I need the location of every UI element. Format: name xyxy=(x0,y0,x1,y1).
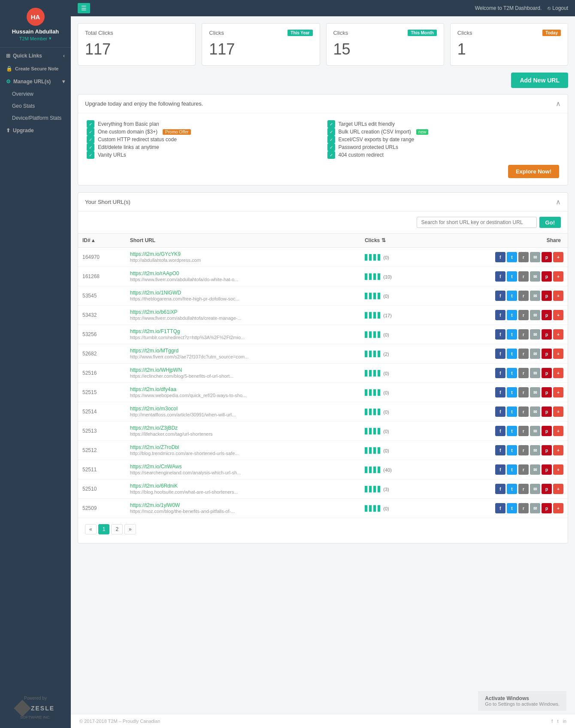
short-url-link[interactable]: https://t2m.io/GYcYK9 xyxy=(130,251,181,257)
share-more-button[interactable]: + xyxy=(553,406,563,417)
share-pinterest-button[interactable]: p xyxy=(542,349,552,359)
share-reddit-button[interactable]: r xyxy=(518,503,529,513)
twitter-icon[interactable]: t xyxy=(557,719,558,724)
share-twitter-button[interactable]: t xyxy=(507,484,517,494)
page-1-button[interactable]: 1 xyxy=(98,524,110,534)
user-role[interactable]: T2M Member ▾ xyxy=(0,36,71,41)
share-pinterest-button[interactable]: p xyxy=(542,252,552,262)
share-reddit-button[interactable]: r xyxy=(518,349,529,359)
share-pinterest-button[interactable]: p xyxy=(542,271,552,282)
share-reddit-button[interactable]: r xyxy=(518,464,529,475)
share-reddit-button[interactable]: r xyxy=(518,484,529,494)
explore-now-button[interactable]: Explore Now! xyxy=(508,165,559,178)
add-new-url-button[interactable]: Add New URL xyxy=(511,73,568,88)
share-more-button[interactable]: + xyxy=(553,484,563,494)
share-twitter-button[interactable]: t xyxy=(507,464,517,475)
share-more-button[interactable]: + xyxy=(553,445,563,455)
share-pinterest-button[interactable]: p xyxy=(542,445,552,455)
short-url-link[interactable]: https://t2m.io/rAApO0 xyxy=(130,270,179,276)
search-go-button[interactable]: Go! xyxy=(539,217,561,228)
share-facebook-button[interactable]: f xyxy=(495,291,505,301)
share-more-button[interactable]: + xyxy=(553,349,563,359)
share-twitter-button[interactable]: t xyxy=(507,406,517,417)
share-reddit-button[interactable]: r xyxy=(518,445,529,455)
sidebar-item-manage-urls[interactable]: ⚙ Manage URL(s) ▾ xyxy=(0,75,71,88)
share-email-button[interactable]: ✉ xyxy=(530,252,540,262)
sidebar-item-quick-links[interactable]: ⊞ Quick Links ‹ xyxy=(0,49,71,62)
share-more-button[interactable]: + xyxy=(553,387,563,397)
share-pinterest-button[interactable]: p xyxy=(542,503,552,513)
share-facebook-button[interactable]: f xyxy=(495,445,505,455)
share-more-button[interactable]: + xyxy=(553,368,563,378)
short-url-link[interactable]: https://t2m.io/1NlGWD xyxy=(130,290,181,296)
share-pinterest-button[interactable]: p xyxy=(542,426,552,436)
share-facebook-button[interactable]: f xyxy=(495,387,505,397)
short-url-link[interactable]: https://t2m.io/MTggrd xyxy=(130,348,179,354)
sidebar-item-upgrade[interactable]: ⬆ Upgrade xyxy=(0,124,71,137)
share-facebook-button[interactable]: f xyxy=(495,484,505,494)
share-twitter-button[interactable]: t xyxy=(507,426,517,436)
share-twitter-button[interactable]: t xyxy=(507,271,517,282)
share-pinterest-button[interactable]: p xyxy=(542,387,552,397)
share-email-button[interactable]: ✉ xyxy=(530,484,540,494)
hamburger-button[interactable]: ☰ xyxy=(78,3,90,13)
share-twitter-button[interactable]: t xyxy=(507,503,517,513)
share-reddit-button[interactable]: r xyxy=(518,329,529,340)
sidebar-item-device-stats[interactable]: Device/Platform Stats xyxy=(0,112,71,124)
share-more-button[interactable]: + xyxy=(553,464,563,475)
share-facebook-button[interactable]: f xyxy=(495,406,505,417)
share-facebook-button[interactable]: f xyxy=(495,271,505,282)
share-twitter-button[interactable]: t xyxy=(507,349,517,359)
share-twitter-button[interactable]: t xyxy=(507,252,517,262)
page-prev-button[interactable]: « xyxy=(85,524,97,534)
share-reddit-button[interactable]: r xyxy=(518,426,529,436)
share-pinterest-button[interactable]: p xyxy=(542,368,552,378)
share-email-button[interactable]: ✉ xyxy=(530,387,540,397)
share-twitter-button[interactable]: t xyxy=(507,291,517,301)
share-facebook-button[interactable]: f xyxy=(495,426,505,436)
share-more-button[interactable]: + xyxy=(553,252,563,262)
page-2-button[interactable]: 2 xyxy=(111,524,123,534)
share-email-button[interactable]: ✉ xyxy=(530,349,540,359)
share-reddit-button[interactable]: r xyxy=(518,291,529,301)
share-twitter-button[interactable]: t xyxy=(507,368,517,378)
share-reddit-button[interactable]: r xyxy=(518,368,529,378)
share-pinterest-button[interactable]: p xyxy=(542,484,552,494)
share-email-button[interactable]: ✉ xyxy=(530,329,540,340)
share-reddit-button[interactable]: r xyxy=(518,387,529,397)
share-facebook-button[interactable]: f xyxy=(495,252,505,262)
share-twitter-button[interactable]: t xyxy=(507,387,517,397)
share-email-button[interactable]: ✉ xyxy=(530,406,540,417)
share-facebook-button[interactable]: f xyxy=(495,349,505,359)
linkedin-icon[interactable]: in xyxy=(563,719,566,724)
share-facebook-button[interactable]: f xyxy=(495,368,505,378)
sidebar-item-geo-stats[interactable]: Geo Stats xyxy=(0,100,71,112)
share-reddit-button[interactable]: r xyxy=(518,271,529,282)
share-twitter-button[interactable]: t xyxy=(507,445,517,455)
share-email-button[interactable]: ✉ xyxy=(530,271,540,282)
share-email-button[interactable]: ✉ xyxy=(530,368,540,378)
share-email-button[interactable]: ✉ xyxy=(530,503,540,513)
short-url-link[interactable]: https://t2m.io/WHjpWN xyxy=(130,367,182,373)
share-facebook-button[interactable]: f xyxy=(495,329,505,340)
share-more-button[interactable]: + xyxy=(553,310,563,320)
share-email-button[interactable]: ✉ xyxy=(530,426,540,436)
short-url-link[interactable]: https://t2m.io/b61iXP xyxy=(130,309,178,315)
sidebar-item-create-secure-note[interactable]: 🔒 Create Secure Note xyxy=(0,62,71,75)
search-input[interactable] xyxy=(417,217,537,228)
share-facebook-button[interactable]: f xyxy=(495,464,505,475)
share-facebook-button[interactable]: f xyxy=(495,503,505,513)
share-more-button[interactable]: + xyxy=(553,426,563,436)
short-url-link[interactable]: https://t2m.io/dfy4aa xyxy=(130,386,176,392)
page-next-button[interactable]: » xyxy=(124,524,136,534)
short-url-link[interactable]: https://t2m.io/1ylW0W xyxy=(130,502,180,508)
facebook-icon[interactable]: f xyxy=(551,719,553,724)
share-reddit-button[interactable]: r xyxy=(518,310,529,320)
share-pinterest-button[interactable]: p xyxy=(542,329,552,340)
share-reddit-button[interactable]: r xyxy=(518,252,529,262)
short-url-link[interactable]: https://t2m.io/Z7roDbl xyxy=(130,444,179,450)
share-pinterest-button[interactable]: p xyxy=(542,406,552,417)
share-twitter-button[interactable]: t xyxy=(507,310,517,320)
share-email-button[interactable]: ✉ xyxy=(530,464,540,475)
share-email-button[interactable]: ✉ xyxy=(530,310,540,320)
